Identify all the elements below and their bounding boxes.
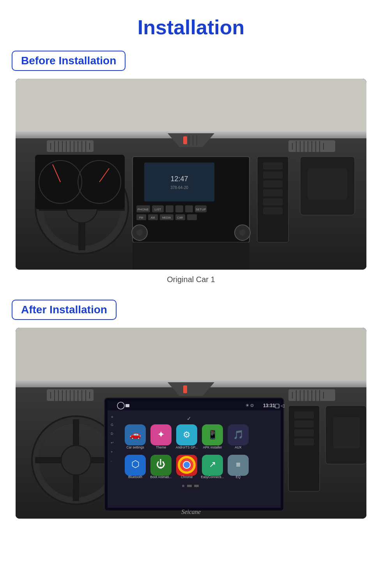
svg-rect-123: [108, 410, 120, 508]
svg-rect-116: [108, 401, 281, 410]
after-car-image: ✳ ⊙ 13:31 ◁ ≡ G D ↩ + - ✓ 🚗 Car settings…: [16, 328, 366, 519]
svg-text:Boot Animati...: Boot Animati...: [150, 475, 172, 479]
svg-rect-71: [263, 171, 283, 178]
svg-rect-174: [333, 417, 360, 449]
svg-rect-38: [35, 155, 125, 209]
svg-rect-169: [294, 411, 314, 418]
svg-rect-17: [183, 136, 187, 144]
page-title: Installation: [138, 16, 244, 39]
svg-rect-96: [183, 385, 187, 393]
svg-text:↗: ↗: [209, 459, 216, 469]
svg-point-68: [239, 230, 246, 236]
svg-rect-78: [133, 242, 249, 270]
svg-rect-170: [294, 420, 314, 427]
svg-text:✦: ✦: [157, 429, 165, 440]
svg-text:-: -: [111, 459, 112, 463]
svg-text:AUX: AUX: [235, 445, 242, 449]
svg-text:13:31: 13:31: [263, 403, 275, 408]
svg-text:12:47: 12:47: [170, 175, 188, 183]
svg-text:Chrome: Chrome: [181, 475, 193, 479]
svg-text:G: G: [111, 423, 113, 427]
svg-point-165: [182, 485, 184, 487]
svg-text:SETUP: SETUP: [196, 208, 206, 211]
before-car-image: 12:47 378-64-20 PHONE LIST SETUP FM AM M…: [16, 79, 366, 270]
svg-text:Theme: Theme: [156, 445, 166, 449]
svg-rect-172: [294, 438, 314, 445]
svg-text:+: +: [111, 450, 113, 454]
svg-text:🎵: 🎵: [233, 429, 244, 440]
svg-point-66: [136, 230, 143, 236]
svg-rect-166: [187, 485, 192, 487]
svg-text:LIST: LIST: [155, 208, 161, 211]
svg-rect-167: [194, 485, 199, 487]
svg-text:Seicane: Seicane: [181, 509, 201, 515]
svg-rect-51: [166, 205, 173, 212]
svg-text:Car settings: Car settings: [126, 445, 144, 449]
svg-text:📱: 📱: [207, 429, 218, 440]
svg-rect-118: [126, 404, 129, 407]
svg-text:⚙: ⚙: [183, 430, 191, 440]
svg-rect-73: [263, 189, 283, 196]
svg-rect-75: [263, 207, 283, 214]
svg-text:✳ ⊙: ✳ ⊙: [246, 403, 254, 408]
svg-text:AM: AM: [151, 216, 155, 219]
svg-text:⏻: ⏻: [156, 459, 166, 469]
svg-text:≡: ≡: [111, 415, 113, 419]
svg-rect-70: [263, 162, 283, 170]
svg-text:EasyConnecti...: EasyConnecti...: [201, 475, 224, 479]
svg-rect-77: [308, 168, 347, 200]
after-section: After Installation: [0, 300, 382, 524]
svg-text:≡: ≡: [236, 460, 241, 469]
before-section: Before Installation: [0, 51, 382, 300]
svg-text:378-64-20: 378-64-20: [170, 185, 188, 190]
svg-text:FM: FM: [139, 216, 143, 219]
svg-text:Bluetooth: Bluetooth: [128, 475, 142, 479]
before-label: Before Installation: [12, 51, 126, 71]
svg-point-109: [61, 445, 91, 475]
svg-text:🚗: 🚗: [129, 429, 141, 440]
before-caption: Original Car 1: [167, 275, 215, 284]
svg-text:↩: ↩: [111, 441, 114, 445]
svg-rect-171: [294, 429, 314, 436]
svg-text:APK installer: APK installer: [203, 445, 222, 449]
svg-text:CAR: CAR: [177, 216, 183, 219]
svg-text:D: D: [111, 432, 113, 436]
svg-text:◁: ◁: [281, 403, 285, 408]
svg-rect-72: [263, 180, 283, 187]
svg-text:⬡: ⬡: [131, 459, 140, 469]
svg-rect-53: [185, 205, 193, 212]
svg-text:MEDIA: MEDIA: [162, 216, 171, 219]
svg-rect-74: [263, 198, 283, 205]
after-label: After Installation: [12, 300, 117, 320]
svg-rect-52: [175, 205, 183, 212]
svg-text:✓: ✓: [187, 415, 191, 422]
svg-text:EQ: EQ: [236, 475, 241, 479]
svg-text:PHONE: PHONE: [138, 208, 149, 211]
svg-rect-64: [187, 214, 197, 220]
svg-text:AndroITS GP...: AndroITS GP...: [176, 445, 198, 449]
